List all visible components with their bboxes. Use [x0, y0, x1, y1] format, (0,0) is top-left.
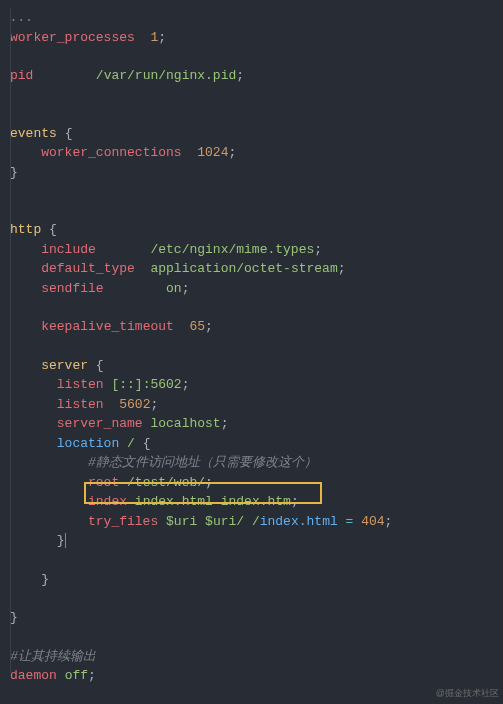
watermark: @掘金技术社区: [436, 687, 499, 701]
code-editor[interactable]: ... worker_processes 1; pid /var/run/ngi…: [8, 8, 495, 686]
code-line: #让其持续输出: [10, 647, 495, 667]
code-line: location / {: [10, 434, 495, 454]
code-line: }: [10, 570, 495, 590]
code-line: }: [10, 531, 495, 551]
code-line: }: [10, 608, 495, 628]
cursor: [65, 533, 66, 548]
code-line: worker_connections 1024;: [10, 143, 495, 163]
code-line: ...: [10, 8, 495, 28]
code-line: root /test/web/;: [10, 473, 495, 493]
code-line: events {: [10, 124, 495, 144]
code-line: pid /var/run/nginx.pid;: [10, 66, 495, 86]
code-line: keepalive_timeout 65;: [10, 317, 495, 337]
code-line: listen 5602;: [10, 395, 495, 415]
code-line: [10, 628, 495, 647]
code-line: [10, 105, 495, 124]
code-line: }: [10, 163, 495, 183]
code-line: [10, 551, 495, 570]
code-line: [10, 201, 495, 220]
code-line: [10, 589, 495, 608]
code-line: [10, 182, 495, 201]
code-line: [10, 298, 495, 317]
code-line: try_files $uri $uri/ /index.html = 404;: [10, 512, 495, 532]
code-line: #静态文件访问地址（只需要修改这个）: [10, 453, 495, 473]
code-line: [10, 337, 495, 356]
code-line: server {: [10, 356, 495, 376]
code-line: server_name localhost;: [10, 414, 495, 434]
code-line: include /etc/nginx/mime.types;: [10, 240, 495, 260]
code-line: index index.html index.htm;: [10, 492, 495, 512]
code-line: [10, 47, 495, 66]
code-line: [10, 86, 495, 105]
indent-guide: [10, 8, 11, 673]
code-line: default_type application/octet-stream;: [10, 259, 495, 279]
code-line: http {: [10, 220, 495, 240]
code-line: worker_processes 1;: [10, 28, 495, 48]
code-line: daemon off;: [10, 666, 495, 686]
code-line: listen [::]:5602;: [10, 375, 495, 395]
code-line: sendfile on;: [10, 279, 495, 299]
